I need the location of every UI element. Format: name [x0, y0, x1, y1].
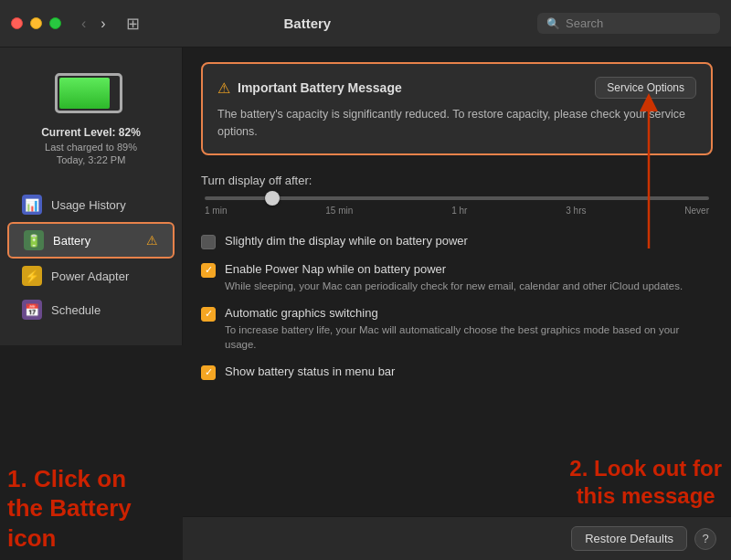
checkbox-power-nap[interactable]: ✓ — [201, 263, 216, 278]
service-options-button[interactable]: Service Options — [595, 77, 696, 99]
message-title: Important Battery Message — [238, 80, 402, 95]
schedule-icon: 📅 — [22, 300, 42, 320]
option-dim-label: Slightly dim the display while on batter… — [225, 234, 713, 248]
restore-defaults-button[interactable]: Restore Defaults — [571, 526, 687, 551]
checkbox-auto-graphics[interactable]: ✓ — [201, 307, 216, 322]
option-auto-graphics: ✓ Automatic graphics switching To increa… — [201, 306, 713, 352]
battery-time: Today, 3:22 PM — [57, 154, 126, 165]
option-dim-text-block: Slightly dim the display while on batter… — [225, 234, 713, 248]
slider-labels: 1 min 15 min 1 hr 3 hrs Never — [205, 206, 709, 216]
option-auto-graphics-label: Automatic graphics switching — [225, 306, 713, 320]
slider-label: Turn display off after: — [201, 174, 713, 187]
checkbox-menu-bar[interactable]: ✓ — [201, 365, 216, 380]
battery-status-display: Current Level: 82% Last charged to 89% T… — [0, 62, 182, 184]
slider-label-1min: 1 min — [205, 206, 227, 216]
usage-history-icon: 📊 — [22, 195, 42, 215]
sidebar: Current Level: 82% Last charged to 89% T… — [0, 48, 183, 560]
slider-track — [205, 196, 709, 200]
slider-label-never: Never — [684, 206, 709, 216]
slider-label-3hrs: 3 hrs — [566, 206, 586, 216]
sidebar-item-power-adapter[interactable]: ⚡ Power Adapter — [7, 259, 175, 292]
slider-section: Turn display off after: 1 min 15 min 1 h… — [201, 174, 713, 216]
slider-label-1hr: 1 hr — [451, 206, 467, 216]
message-warning-icon: ⚠ — [217, 79, 230, 97]
slider-container[interactable]: 1 min 15 min 1 hr 3 hrs Never — [201, 196, 713, 216]
battery-message-box: ⚠ Important Battery Message Service Opti… — [201, 62, 713, 155]
help-button[interactable]: ? — [694, 528, 716, 550]
battery-warning-badge: ⚠ — [146, 233, 158, 248]
sidebar-panel: Current Level: 82% Last charged to 89% T… — [0, 48, 183, 345]
option-power-nap: ✓ Enable Power Nap while on battery powe… — [201, 262, 713, 293]
checkbox-dim-display[interactable] — [201, 235, 216, 249]
battery-fill — [59, 78, 111, 109]
option-menu-bar-label: Show battery status in menu bar — [225, 365, 713, 378]
annotation-1: 1. Click on the Battery icon — [0, 464, 139, 561]
search-box[interactable]: 🔍 — [537, 13, 720, 34]
option-power-nap-text-block: Enable Power Nap while on battery power … — [225, 262, 713, 293]
message-header: ⚠ Important Battery Message Service Opti… — [217, 77, 696, 99]
sidebar-item-schedule-label: Schedule — [51, 303, 160, 317]
battery-charged: Last charged to 89% — [45, 142, 137, 153]
options-section: Slightly dim the display while on batter… — [201, 234, 713, 380]
sidebar-item-power-label: Power Adapter — [51, 269, 160, 283]
sidebar-item-usage-history[interactable]: 📊 Usage History — [7, 188, 175, 221]
message-title-row: ⚠ Important Battery Message — [217, 79, 402, 97]
right-panel-wrapper: ⚠ Important Battery Message Service Opti… — [183, 48, 731, 560]
window-title: Battery — [78, 16, 537, 31]
slider-thumb[interactable] — [265, 191, 280, 206]
sidebar-item-schedule[interactable]: 📅 Schedule — [7, 293, 175, 326]
battery-level: Current Level: 82% — [41, 126, 141, 139]
option-power-nap-label: Enable Power Nap while on battery power — [225, 262, 713, 276]
slider-label-15min: 15 min — [325, 206, 353, 216]
option-auto-graphics-sub: To increase battery life, your Mac will … — [225, 322, 713, 352]
traffic-lights — [11, 17, 61, 29]
sidebar-nav: 📊 Usage History 🔋 Battery ⚠ ⚡ Power Adap… — [0, 184, 182, 331]
battery-body — [55, 73, 122, 113]
search-icon: 🔍 — [546, 17, 560, 30]
close-button[interactable] — [11, 17, 23, 29]
minimize-button[interactable] — [30, 17, 42, 29]
battery-icon-container — [55, 73, 128, 113]
sidebar-item-battery[interactable]: 🔋 Battery ⚠ — [7, 222, 175, 259]
battery-icon: 🔋 — [24, 230, 44, 250]
maximize-button[interactable] — [49, 17, 61, 29]
sidebar-item-label: Usage History — [51, 198, 160, 212]
search-input[interactable] — [566, 16, 703, 30]
message-body: The battery's capacity is significantly … — [217, 106, 696, 141]
option-auto-graphics-text-block: Automatic graphics switching To increase… — [225, 306, 713, 352]
power-adapter-icon: ⚡ — [22, 266, 42, 286]
right-panel: ⚠ Important Battery Message Service Opti… — [183, 48, 731, 516]
sidebar-item-battery-label: Battery — [53, 234, 137, 248]
bottom-bar: Restore Defaults ? — [183, 516, 731, 560]
option-menu-bar: ✓ Show battery status in menu bar — [201, 365, 713, 380]
option-menu-bar-text-block: Show battery status in menu bar — [225, 365, 713, 378]
option-dim-display: Slightly dim the display while on batter… — [201, 234, 713, 249]
title-bar: ‹ › ⊞ Battery 🔍 — [0, 0, 731, 48]
option-power-nap-sub: While sleeping, your Mac can periodicall… — [225, 279, 713, 293]
